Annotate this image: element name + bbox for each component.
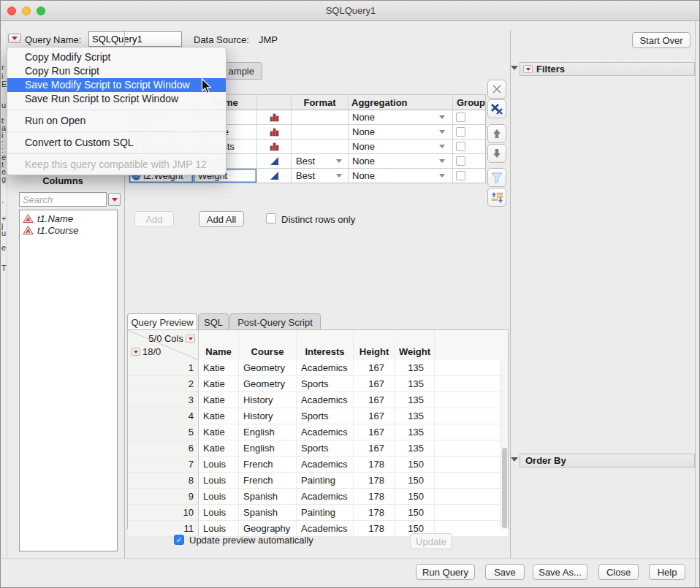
- aggregation-dropdown[interactable]: None: [349, 169, 453, 183]
- height-cell: 178: [354, 457, 395, 472]
- row-number-cell[interactable]: 4: [128, 408, 199, 424]
- start-over-button[interactable]: Start Over: [632, 32, 691, 48]
- query-red-triangle-menu-button[interactable]: [8, 34, 21, 43]
- clipped-text-fragment: .: [1, 196, 4, 205]
- nominal-column-type-cell: [257, 140, 292, 153]
- svg-text:A: A: [26, 228, 31, 234]
- tab-post-query-script[interactable]: Post-Query Script: [229, 313, 321, 330]
- course-cell: English: [239, 440, 297, 456]
- double-x-icon: [490, 102, 503, 115]
- filters-red-triangle-button[interactable]: [523, 65, 533, 73]
- nominal-column-type-cell: [257, 125, 292, 139]
- aggregation-dropdown[interactable]: None: [349, 154, 453, 168]
- scrollbar-thumb[interactable]: [502, 448, 507, 528]
- rows-red-triangle-button[interactable]: [131, 348, 140, 356]
- preview-table-row: 9LouisSpanishAcademics178150: [128, 489, 508, 505]
- save-button[interactable]: Save: [485, 564, 525, 580]
- row-number-cell[interactable]: 10: [128, 505, 199, 520]
- name-cell: Louis: [199, 457, 239, 472]
- available-column-item[interactable]: At1.Course: [20, 224, 117, 236]
- format-column-header: Format: [292, 95, 349, 110]
- search-options-red-triangle-button[interactable]: [108, 193, 121, 206]
- title-bar: SQLQuery1: [1, 1, 700, 21]
- maximize-traffic-light-icon[interactable]: [37, 7, 45, 15]
- empty-cell: [435, 360, 508, 375]
- format-dropdown[interactable]: Best: [292, 154, 349, 168]
- group-by-column-header: Group By: [453, 95, 485, 110]
- available-column-item[interactable]: At1.Name: [20, 213, 117, 224]
- empty-cell: [435, 424, 508, 440]
- distinct-rows-checkbox[interactable]: [266, 213, 276, 224]
- row-number-cell[interactable]: 1: [128, 360, 199, 375]
- preview-col-header-course[interactable]: Course: [239, 330, 297, 360]
- preview-scrollbar[interactable]: [501, 360, 508, 529]
- red-triangle-icon: [189, 337, 193, 340]
- help-button[interactable]: Help: [649, 564, 685, 580]
- run-query-button[interactable]: Run Query: [416, 564, 475, 580]
- row-number-cell[interactable]: 3: [128, 392, 199, 408]
- red-triangle-icon: [526, 68, 530, 71]
- name-cell: Katie: [199, 392, 239, 408]
- row-number-cell[interactable]: 5: [128, 424, 199, 440]
- data-source-label: Data Source:: [194, 34, 249, 45]
- minimize-traffic-light-icon[interactable]: [22, 7, 31, 15]
- preview-corner-cell: 5/0 Cols 18/0: [128, 330, 199, 360]
- right-panel-splitter[interactable]: [510, 30, 511, 558]
- menu-item-copy-modify-script[interactable]: Copy Modify Script: [7, 50, 226, 64]
- window-title: SQLQuery1: [326, 5, 376, 16]
- group-by-checkbox[interactable]: [456, 171, 465, 180]
- interests-cell: Academics: [297, 521, 354, 536]
- add-filter-button[interactable]: [487, 168, 506, 187]
- add-all-button[interactable]: Add All: [199, 211, 244, 227]
- row-number-cell[interactable]: 6: [128, 440, 199, 456]
- preview-col-header-name[interactable]: Name: [199, 330, 239, 360]
- query-name-input[interactable]: [88, 31, 182, 47]
- group-by-checkbox[interactable]: [456, 142, 465, 151]
- move-column-down-button[interactable]: [487, 144, 506, 163]
- search-input[interactable]: [19, 192, 107, 207]
- format-dropdown[interactable]: Best: [292, 169, 349, 183]
- menu-item-copy-run-script[interactable]: Copy Run Script: [7, 64, 226, 78]
- preview-table-row: 1KatieGeometryAcademics167135: [128, 360, 508, 376]
- save-as--button[interactable]: Save As...: [533, 564, 587, 580]
- columns-red-triangle-button[interactable]: [186, 335, 195, 343]
- preview-table-row: 6KatieEnglishSports167135: [128, 440, 508, 457]
- aggregation-value: None: [352, 112, 375, 123]
- add-order-by-button[interactable]: [487, 188, 506, 207]
- move-column-up-button[interactable]: [487, 124, 506, 143]
- close-button[interactable]: Close: [598, 564, 639, 580]
- aggregation-dropdown[interactable]: None: [349, 110, 453, 124]
- aggregation-dropdown[interactable]: None: [349, 140, 453, 153]
- tab-query-preview[interactable]: Query Preview: [127, 313, 197, 330]
- remove-all-columns-button[interactable]: [487, 99, 506, 118]
- aggregation-dropdown[interactable]: None: [349, 125, 453, 139]
- row-number-cell[interactable]: 8: [128, 473, 199, 488]
- height-cell: 178: [354, 489, 395, 504]
- menu-item-run-on-open[interactable]: Run on Open: [7, 114, 226, 128]
- preview-col-header-interests[interactable]: Interests: [297, 330, 354, 360]
- row-number-cell[interactable]: 2: [128, 376, 199, 392]
- remove-column-button[interactable]: [487, 80, 506, 99]
- order-by-disclosure-icon[interactable]: [511, 457, 518, 462]
- row-number-cell[interactable]: 9: [128, 489, 199, 504]
- menu-item-convert-to-custom-sql[interactable]: Convert to Custom SQL: [7, 136, 226, 150]
- filters-disclosure-icon[interactable]: [511, 66, 518, 70]
- sort-order-icon: [491, 191, 503, 204]
- preview-col-header-weight[interactable]: Weight: [395, 330, 435, 360]
- character-column-icon: A: [23, 213, 34, 224]
- weight-cell: 135: [395, 408, 435, 424]
- row-number-cell[interactable]: 11: [128, 521, 199, 536]
- group-by-checkbox[interactable]: [456, 156, 465, 166]
- close-traffic-light-icon[interactable]: [7, 7, 16, 15]
- row-number-cell[interactable]: 7: [128, 457, 199, 472]
- menu-item-save-run-script-to-script-window[interactable]: Save Run Script to Script Window: [7, 92, 226, 106]
- filter-funnel-icon: [490, 172, 503, 184]
- tab-sql[interactable]: SQL: [198, 313, 229, 330]
- preview-col-header-height[interactable]: Height: [354, 330, 395, 360]
- group-by-checkbox[interactable]: [456, 112, 465, 122]
- update-preview-checkbox[interactable]: ✓: [174, 535, 184, 545]
- menu-item-save-modify-script-to-script-window[interactable]: Save Modify Script to Script Window: [7, 78, 226, 92]
- interests-cell: Sports: [297, 376, 354, 392]
- clipped-text-fragment: u: [1, 101, 6, 110]
- group-by-checkbox[interactable]: [456, 127, 465, 137]
